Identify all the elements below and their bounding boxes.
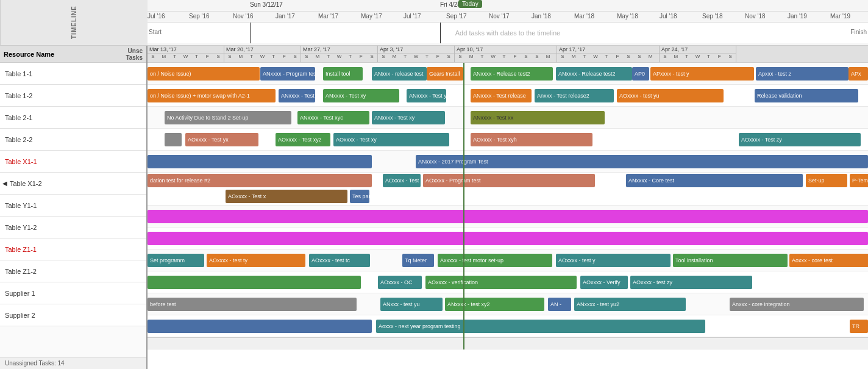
gantt-bar[interactable]: ANxxx - test yu (380, 298, 443, 311)
month-label: Jan '17 (276, 13, 295, 20)
gantt-bar[interactable]: ANxxxx - Test xx (471, 111, 605, 124)
gantt-row-table-z1-2: AOxxxx - OC AOxxxx - verification AOxxxx… (148, 271, 868, 293)
gantt-bar[interactable]: AOxxxx - Verify (580, 276, 628, 289)
gantt-bar[interactable]: Axxxxx - test motor set-up (438, 254, 552, 267)
gantt-bar[interactable]: Tool installation (673, 254, 788, 267)
gantt-bar[interactable]: AOxxxx - OC (378, 276, 422, 289)
gantt-bar[interactable]: on / Noise Issue) + motor swap with A2-1 (148, 89, 276, 102)
month-label: Sep '16 (189, 13, 210, 20)
month-label: Nov '16 (233, 13, 254, 20)
gantt-bar[interactable]: Aoxxx - next year program testing (376, 320, 705, 333)
resource-row-table-1-1: Table 1-1 (0, 63, 146, 85)
gantt-bar[interactable]: AP0 (632, 67, 649, 81)
gantt-row-table-x1-1: ANxxxx - 2017 Program Test (148, 151, 868, 173)
month-label: Nov '18 (745, 13, 766, 20)
gantt-bar[interactable]: on / Noise Issue) (148, 67, 260, 81)
gantt-bar[interactable]: AOxxxx - test y (556, 254, 671, 267)
gantt-bar[interactable]: ANxxxx - 2017 Program Test (416, 155, 868, 168)
gantt-bar[interactable]: ANxxxx - Program test (260, 67, 315, 81)
gantt-bar[interactable]: Install tool (323, 67, 363, 81)
week-group-7: Apr 24, '17 SMTWTFS (660, 46, 736, 62)
gantt-bar[interactable]: AOxxxx - Test x (226, 190, 347, 203)
gantt-row-supplier-2: Aoxxx - next year program testing TR (148, 315, 868, 337)
gantt-bar[interactable]: AOxxxx - Test xy (333, 133, 449, 146)
gantt-bar[interactable]: Aoxxx - core test (789, 254, 868, 267)
gantt-bar[interactable]: ANxxxx - Test xy (372, 111, 445, 124)
gantt-bar[interactable]: AOxxxx - Test xyh (471, 133, 592, 146)
gantt-bar[interactable] (148, 320, 372, 333)
resource-row-table-y1-1: Table Y1-1 (0, 195, 146, 217)
gantt-row-table-1-1: on / Noise Issue) ANxxxx - Program test … (148, 63, 868, 85)
gantt-row-unassigned (148, 337, 868, 349)
gantt-bar[interactable]: AOxxxx - test zy (630, 276, 752, 289)
expand-icon[interactable]: ◀ (2, 180, 7, 187)
gantt-bar[interactable]: Anxxx - core integration (730, 298, 864, 311)
gantt-bar[interactable]: AN - (548, 298, 571, 311)
timeline-bar-area: Start Finish Add tasks with dates to the… (148, 22, 868, 43)
start-label: Start (149, 29, 162, 35)
gantt-bar[interactable]: APxxxx - test y (650, 67, 754, 81)
gantt-bar[interactable]: AOxxxx - test ty (207, 254, 305, 267)
gantt-bar[interactable]: Anxxx - Test release2 (535, 89, 614, 102)
gantt-bar[interactable]: AOxxxx - Program test (423, 174, 595, 187)
gantt-bar[interactable]: ANxxxx - test xy2 (445, 298, 544, 311)
gantt-bar[interactable]: P-Temp Motor ( (850, 174, 868, 187)
gantt-bar[interactable]: ANxxxx - Test xy (323, 89, 399, 102)
gantt-bar[interactable]: AOxxxx - Test x (383, 174, 421, 187)
gantt-bar[interactable]: AOxxxx - test yu (617, 89, 724, 102)
gantt-bar[interactable]: AOxxxx - Test yx (185, 133, 258, 146)
gantt-bar[interactable]: ANxxxx - Test release (471, 89, 532, 102)
gantt-row-table-y1-2 (148, 227, 868, 249)
gantt-bar[interactable] (148, 210, 868, 223)
gantt-bar[interactable]: Tes pau (350, 190, 369, 203)
gantt-bar[interactable]: Release validation (755, 89, 858, 102)
month-label: Sep '18 (702, 13, 723, 20)
gantt-bar[interactable]: ANxxxx - test yu2 (574, 298, 686, 311)
gantt-bar[interactable]: dation test for release #2 (148, 174, 372, 187)
timeline-section: TIMELINE Sun 3/12/17 Fri 4/28/17 Today J… (0, 0, 868, 46)
gantt-bar[interactable]: APx (848, 67, 868, 81)
gantt-bar[interactable] (148, 232, 868, 245)
gantt-bar[interactable]: ANxxxx - Release test2 (556, 67, 632, 81)
gantt-bar[interactable]: Apxxx - test z (756, 67, 848, 81)
gantt-bar[interactable]: ANxxxx - Release test2 (471, 67, 553, 81)
gantt-bar[interactable]: AOxxxx - test tc (309, 254, 370, 267)
gantt-row-table-2-2: AOxxxx - Test yx AOxxxx - Test xyz AOxxx… (148, 129, 868, 151)
timeline-label: TIMELINE (0, 0, 148, 45)
gantt-bar[interactable]: Gears Install (427, 67, 463, 81)
gantt-bar[interactable]: Set-up (806, 174, 847, 187)
gantt-bar[interactable]: ANxxxx - Test yy (407, 89, 446, 102)
month-label: Sep '17 (446, 13, 467, 20)
resource-row-table-y1-2: Table Y1-2 (0, 217, 146, 238)
gantt-bar[interactable]: AOxxxx - verification (425, 276, 577, 289)
week-group-1: Mar 13, '17 SMTWTFS (148, 46, 224, 62)
month-label: Jan '18 (532, 13, 551, 20)
gantt-bar[interactable]: before test (148, 298, 357, 311)
gantt-bar[interactable]: ANxxxx - Test xx (279, 89, 315, 102)
week-group-3: Mar 27, '17 SMTWTFS (301, 46, 378, 62)
gantt-bar[interactable]: ANxxxx - Core test (626, 174, 803, 187)
resource-row-table-z1-2: Table Z1-2 (0, 260, 146, 282)
resource-row-table-z1-1: Table Z1-1 (0, 238, 146, 260)
gantt-bar[interactable]: ANxxx - release test (372, 67, 427, 81)
gantt-bar[interactable]: AOxxxx - Test zy (739, 133, 861, 146)
gantt-area: Mar 13, '17 SMTWTFS Mar 20, '17 SMTWTFS … (148, 46, 868, 369)
gantt-row-table-z1-1: Set programm AOxxxx - test ty AOxxxx - t… (148, 249, 868, 271)
gantt-bar[interactable]: Set programm (148, 254, 204, 267)
week-label-7: Apr 24, '17 (660, 46, 736, 54)
month-label: Jul '16 (148, 13, 165, 20)
resource-row-table-x1-1: Table X1-1 (0, 151, 146, 173)
month-label: May '18 (617, 13, 638, 20)
month-label: Nov '17 (489, 13, 510, 20)
gantt-bar[interactable]: ANxxxx - Test xyc (297, 111, 369, 124)
resource-row-table-x1-2[interactable]: ◀ Table X1-2 (0, 173, 146, 195)
gantt-bar[interactable] (148, 276, 361, 289)
month-label: Jul '17 (404, 13, 421, 20)
gantt-bar[interactable]: Tq Meter (402, 254, 434, 267)
gantt-bar[interactable] (165, 133, 182, 146)
gantt-bar[interactable] (148, 155, 372, 168)
gantt-bar[interactable]: No Activity Due to Stand 2 Set-up (165, 111, 291, 124)
gantt-bar[interactable]: TR (850, 320, 868, 333)
gantt-bar[interactable]: AOxxxx - Test xyz (276, 133, 330, 146)
month-label: Jan '19 (788, 13, 807, 20)
